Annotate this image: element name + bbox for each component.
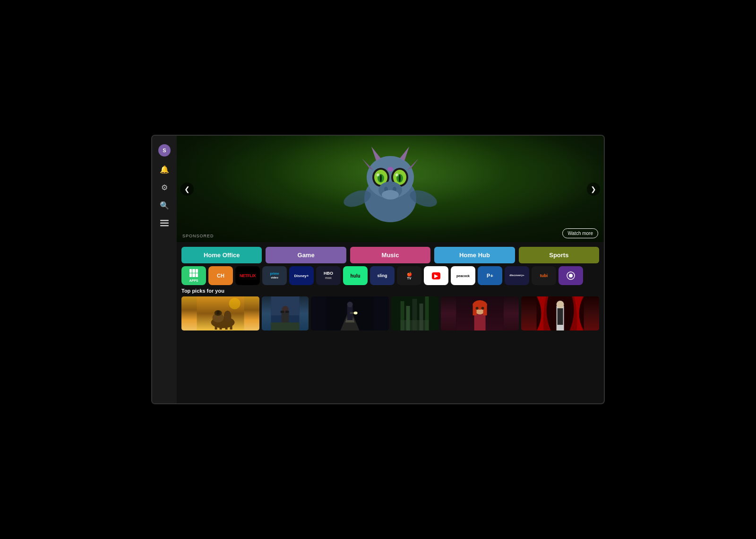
category-home-hub[interactable]: Home Hub xyxy=(434,247,515,263)
picks-row xyxy=(181,296,599,330)
svg-point-18 xyxy=(395,174,398,176)
app-youtube[interactable]: ▶ xyxy=(424,266,448,285)
settings-icon[interactable]: ⚙ xyxy=(159,182,170,192)
apps-row: APPS CH NETFLIX primevideo Disney+ HBO xyxy=(177,266,604,288)
svg-marker-5 xyxy=(371,147,381,161)
sidebar: S 🔔 ⚙ 🔍 xyxy=(152,136,177,403)
app-peacock[interactable]: peacock xyxy=(451,266,475,285)
bell-icon[interactable]: 🔔 xyxy=(159,164,170,174)
app-prime-video[interactable]: primevideo xyxy=(262,266,287,285)
svg-rect-41 xyxy=(271,322,300,330)
category-home-office[interactable]: Home Office xyxy=(181,247,262,263)
app-ch[interactable]: CH xyxy=(208,266,233,285)
svg-point-17 xyxy=(377,174,379,176)
dragon-illustration xyxy=(343,137,438,232)
category-bar: Home Office Game Music Home Hub Sports xyxy=(177,242,604,266)
app-hulu[interactable]: hulu xyxy=(343,266,368,285)
svg-point-22 xyxy=(382,190,399,200)
tv-frame: S 🔔 ⚙ 🔍 xyxy=(151,135,605,404)
app-discovery-plus[interactable]: discovery+ xyxy=(505,266,529,285)
hero-prev-button[interactable]: ❮ xyxy=(180,183,194,196)
app-sling[interactable]: sling xyxy=(370,266,395,285)
svg-rect-37 xyxy=(217,311,220,314)
svg-rect-35 xyxy=(230,322,232,330)
top-picks-section: Top picks for you xyxy=(177,288,604,403)
svg-rect-1 xyxy=(160,223,169,224)
app-all-apps[interactable]: APPS xyxy=(181,266,206,285)
svg-point-38 xyxy=(229,298,241,309)
app-apple-tv[interactable]: 🍎 TV xyxy=(397,266,421,285)
svg-rect-44 xyxy=(281,311,284,313)
watch-more-button[interactable]: Watch more xyxy=(562,228,598,238)
app-extra[interactable] xyxy=(558,266,583,285)
top-picks-label: Top picks for you xyxy=(181,288,599,294)
sponsored-label: SPONSORED xyxy=(182,234,214,238)
svg-rect-32 xyxy=(215,322,217,330)
category-music[interactable]: Music xyxy=(350,247,430,263)
main-content: ❮ ❯ SPONSORED Watch more Home Office Gam… xyxy=(177,136,604,403)
svg-point-16 xyxy=(399,174,401,182)
user-avatar[interactable]: S xyxy=(158,144,171,156)
app-tubi[interactable]: tubi xyxy=(532,266,556,285)
svg-point-67 xyxy=(475,307,478,310)
svg-rect-34 xyxy=(225,322,228,330)
svg-rect-72 xyxy=(557,308,563,325)
svg-point-52 xyxy=(354,312,358,314)
app-hbo-max[interactable]: HBO max xyxy=(316,266,341,285)
category-sports[interactable]: Sports xyxy=(519,247,599,263)
pick-item-5[interactable] xyxy=(441,296,519,330)
pick-item-6[interactable] xyxy=(521,296,599,330)
svg-rect-0 xyxy=(160,220,169,221)
pick-item-1[interactable] xyxy=(181,296,259,330)
svg-rect-65 xyxy=(472,304,476,315)
svg-point-68 xyxy=(481,307,484,310)
pick-item-4[interactable] xyxy=(391,296,438,330)
svg-point-15 xyxy=(380,174,382,182)
pick-item-3[interactable] xyxy=(311,296,389,330)
guide-icon[interactable] xyxy=(159,218,170,228)
svg-point-50 xyxy=(347,302,353,307)
pick-item-2[interactable] xyxy=(262,296,309,330)
svg-point-71 xyxy=(556,301,564,308)
svg-rect-66 xyxy=(483,304,487,315)
svg-rect-2 xyxy=(160,225,169,226)
hero-next-button[interactable]: ❯ xyxy=(587,183,600,196)
svg-point-31 xyxy=(224,311,232,322)
app-paramount-plus[interactable]: P+ xyxy=(478,266,502,285)
svg-point-23 xyxy=(387,167,393,172)
svg-rect-45 xyxy=(285,311,289,313)
app-netflix[interactable]: NETFLIX xyxy=(235,266,260,285)
svg-rect-33 xyxy=(220,322,222,330)
svg-marker-6 xyxy=(400,147,409,161)
svg-point-27 xyxy=(569,274,573,278)
search-icon[interactable]: 🔍 xyxy=(159,200,170,210)
app-disney-plus[interactable]: Disney+ xyxy=(289,266,314,285)
category-game[interactable]: Game xyxy=(266,247,346,263)
svg-rect-59 xyxy=(401,320,429,330)
hero-banner: ❮ ❯ SPONSORED Watch more xyxy=(177,136,604,242)
